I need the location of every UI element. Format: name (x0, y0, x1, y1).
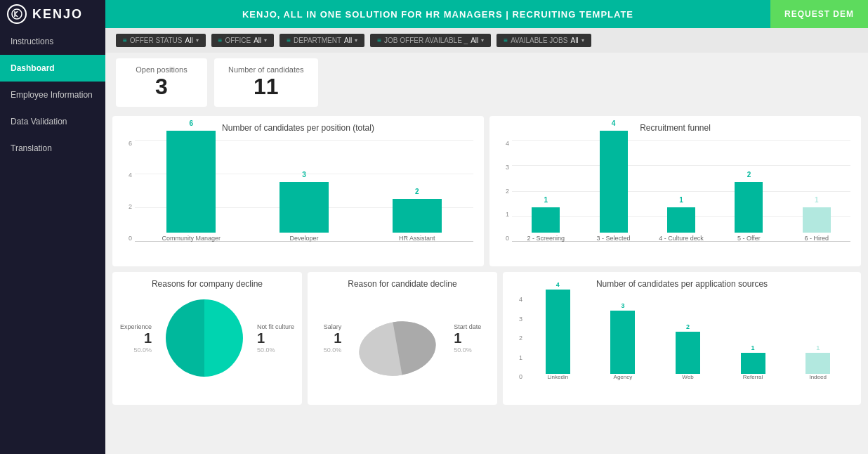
bar-hr-assistant: 2 HR Assistant (360, 199, 473, 242)
chart-candidates-position: Number of candidates per position (total… (112, 116, 484, 266)
bar-agency: 3 Agency (610, 302, 635, 380)
bar-community-manager: 6 Community Manager (135, 131, 248, 242)
stat-open-positions: Open positions 3 (116, 58, 207, 107)
charts-row-1: Number of candidates per position (total… (112, 116, 861, 266)
chart-candidate-decline-title: Reason for candidate decline (315, 279, 490, 289)
bar-culture-deck: 1 4 - Culture deck (647, 207, 715, 242)
svg-point-0 (12, 9, 22, 19)
sidebar-item-dataval[interactable]: Data Validation (0, 108, 105, 135)
bar-selected: 4 3 - Selected (579, 131, 647, 242)
chart-app-sources: Number of candidates per application sou… (503, 272, 861, 405)
bar-indeed: 1 Indeed (805, 344, 830, 380)
candidate-decline-label-right: Start date 1 50.0% (454, 323, 481, 354)
charts-row-2: Reasons for company decline Experience 1… (112, 272, 861, 405)
candidate-decline-pie (348, 296, 447, 380)
filter-job-offer[interactable]: ≡ JOB OFFER AVAILABLE _ All ▾ (370, 34, 491, 47)
request-demo-button[interactable]: REQUEST DEM (770, 0, 868, 28)
chart-company-decline: Reasons for company decline Experience 1… (112, 272, 302, 405)
filter-department[interactable]: ≡ DEPARTMENT All ▾ (280, 34, 364, 47)
logo: KENJO (0, 0, 105, 28)
sidebar-item-translation[interactable]: Translation (0, 135, 105, 162)
bar-hired: 1 6 - Hired (783, 207, 850, 242)
main-layout: Instructions Dashboard Employee Informat… (0, 28, 868, 454)
bar-screening: 1 2 - Screening (512, 207, 579, 242)
sidebar: Instructions Dashboard Employee Informat… (0, 28, 105, 454)
bar-offer: 2 5 - Offer (715, 182, 782, 242)
bar-developer: 3 Developer (248, 182, 361, 242)
candidate-decline-label-left: Salary 1 50.0% (324, 323, 342, 354)
company-decline-label-left: Experience 1 50.0% (120, 323, 152, 354)
sidebar-item-dashboard[interactable]: Dashboard (0, 55, 105, 82)
filter-office[interactable]: ≡ OFFICE All ▾ (211, 34, 275, 47)
sidebar-item-employee[interactable]: Employee Information (0, 82, 105, 108)
filter-offer-status[interactable]: ≡ OFFER STATUS All ▾ (116, 34, 206, 47)
stats-row: Open positions 3 Number of candidates 11 (105, 53, 868, 112)
filter-available-jobs[interactable]: ≡ AVAILABLE JOBS All ▾ (497, 34, 591, 47)
logo-icon (7, 4, 27, 24)
bar-referral: 1 Referral (741, 344, 765, 380)
company-decline-pie (159, 296, 250, 380)
bar-web: 2 Web (676, 323, 700, 380)
candidate-decline-pie-section: Salary 1 50.0% Start date 1 (315, 292, 490, 384)
stat-candidates: Number of candidates 11 (214, 58, 318, 107)
content: ≡ OFFER STATUS All ▾ ≡ OFFICE All ▾ ≡ DE… (105, 28, 868, 454)
bar-linkedin: 4 Linkedin (546, 281, 570, 380)
charts-area: Number of candidates per position (total… (105, 112, 868, 408)
filter-bar: ≡ OFFER STATUS All ▾ ≡ OFFICE All ▾ ≡ DE… (105, 28, 868, 53)
header: KENJO KENJO, ALL IN ONE SOLUTION FOR HR … (0, 0, 868, 28)
chart-company-decline-title: Reasons for company decline (119, 279, 295, 289)
chart-recruitment-funnel: Recruitment funnel 4 3 2 1 0 (489, 116, 861, 266)
sidebar-item-instructions[interactable]: Instructions (0, 28, 105, 55)
chart-funnel-title: Recruitment funnel (497, 123, 854, 133)
header-title: KENJO, ALL IN ONE SOLUTION FOR HR MANAGE… (105, 9, 770, 20)
company-decline-pie-section: Experience 1 50.0% Not fit culture (119, 292, 295, 384)
company-decline-label-right: Not fit culture 1 50.0% (257, 323, 294, 354)
chart-candidate-decline: Reason for candidate decline Salary 1 50… (308, 272, 497, 405)
